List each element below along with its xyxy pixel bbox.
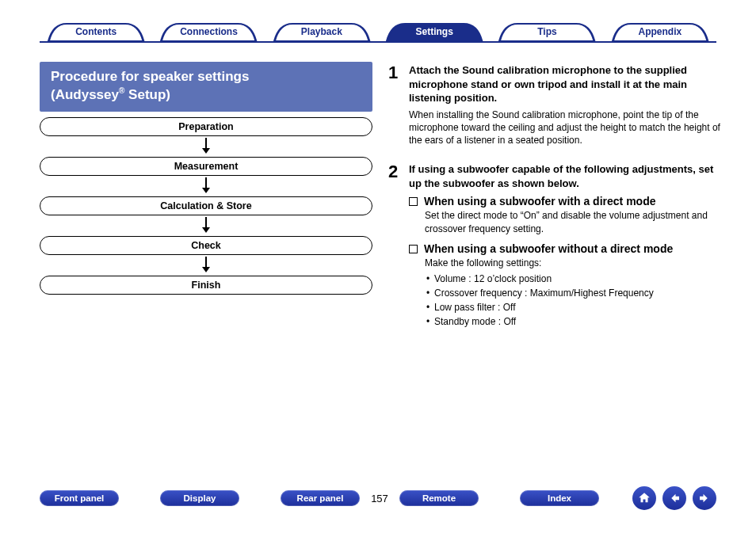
tab-connections[interactable]: Connections — [152, 22, 265, 41]
section-title-line2b: Setup) — [124, 87, 170, 102]
step-number: 2 — [388, 162, 409, 328]
flow-arrow-icon — [40, 176, 372, 196]
bottom-nav: Front panel Display Rear panel 157 Remot… — [40, 487, 716, 509]
tab-tips[interactable]: Tips — [491, 22, 603, 41]
tab-playback[interactable]: Playback — [265, 22, 378, 41]
section-title-line1: Procedure for speaker settings — [51, 69, 249, 84]
subsection-title: When using a subwoofer with a direct mod… — [424, 195, 655, 207]
tab-label: Playback — [301, 26, 342, 37]
subsection-direct-mode-body: Set the direct mode to “On” and disable … — [425, 209, 721, 236]
instructions-column: 1 Attach the Sound calibration microphon… — [388, 63, 721, 338]
nav-front-panel[interactable]: Front panel — [40, 490, 119, 506]
step-1-description: When installing the Sound calibration mi… — [409, 109, 721, 147]
subsection-title: When using a subwoofer without a direct … — [424, 242, 673, 255]
flow-arrow-icon — [40, 136, 372, 157]
arrow-right-icon — [697, 491, 712, 505]
flow-step-check: Check — [40, 236, 372, 255]
step-number: 1 — [388, 63, 409, 153]
section-title-line2a: (Audyssey — [51, 87, 119, 102]
svg-marker-7 — [202, 267, 210, 272]
flow-arrow-icon — [40, 255, 372, 276]
nav-rear-panel[interactable]: Rear panel — [281, 490, 360, 506]
settings-list: Volume : 12 o’clock position Crossover f… — [426, 272, 721, 329]
flow-chart: Preparation Measurement Calculation & St… — [40, 117, 372, 295]
list-item: Standby mode : Off — [426, 314, 721, 329]
page-number: 157 — [360, 493, 399, 504]
home-button[interactable] — [632, 486, 656, 510]
list-item: Volume : 12 o’clock position — [426, 272, 721, 286]
tab-contents[interactable]: Contents — [40, 22, 152, 41]
step-2-heading: If using a subwoofer capable of the foll… — [409, 162, 721, 190]
checkbox-icon — [409, 197, 418, 206]
step-1: 1 Attach the Sound calibration microphon… — [388, 63, 721, 153]
prev-page-button[interactable] — [662, 486, 686, 510]
nav-display[interactable]: Display — [160, 490, 239, 506]
flow-step-finish: Finish — [40, 276, 372, 295]
flow-arrow-icon — [40, 215, 372, 236]
home-icon — [637, 491, 651, 505]
nav-index[interactable]: Index — [520, 490, 599, 506]
subsection-no-direct-mode[interactable]: When using a subwoofer without a direct … — [409, 242, 721, 255]
tab-label: Appendix — [638, 26, 682, 37]
flow-step-calculation: Calculation & Store — [40, 196, 372, 215]
arrow-left-icon — [667, 491, 682, 505]
svg-marker-3 — [202, 188, 210, 193]
svg-marker-5 — [202, 227, 210, 233]
checkbox-icon — [409, 245, 418, 253]
tab-label: Connections — [180, 26, 238, 37]
list-item: Crossover frequency : Maximum/Highest Fr… — [426, 286, 721, 300]
flow-step-preparation: Preparation — [40, 117, 372, 136]
tab-label: Contents — [75, 26, 116, 37]
tab-settings[interactable]: Settings — [378, 22, 491, 41]
top-tabs: Contents Connections Playback Settings T… — [40, 22, 716, 43]
list-item: Low pass filter : Off — [426, 300, 721, 314]
tab-label: Settings — [415, 26, 452, 37]
flow-step-measurement: Measurement — [40, 157, 372, 176]
svg-marker-1 — [202, 148, 210, 154]
section-title: Procedure for speaker settings (Audyssey… — [40, 62, 372, 112]
subsection-direct-mode[interactable]: When using a subwoofer with a direct mod… — [409, 195, 721, 207]
next-page-button[interactable] — [693, 486, 716, 510]
step-1-heading: Attach the Sound calibration microphone … — [409, 63, 721, 105]
tab-appendix[interactable]: Appendix — [604, 22, 716, 41]
step-2: 2 If using a subwoofer capable of the fo… — [388, 162, 721, 328]
tab-label: Tips — [537, 26, 556, 37]
nav-remote[interactable]: Remote — [399, 490, 479, 506]
subsection-lead: Make the following settings: — [425, 257, 721, 270]
